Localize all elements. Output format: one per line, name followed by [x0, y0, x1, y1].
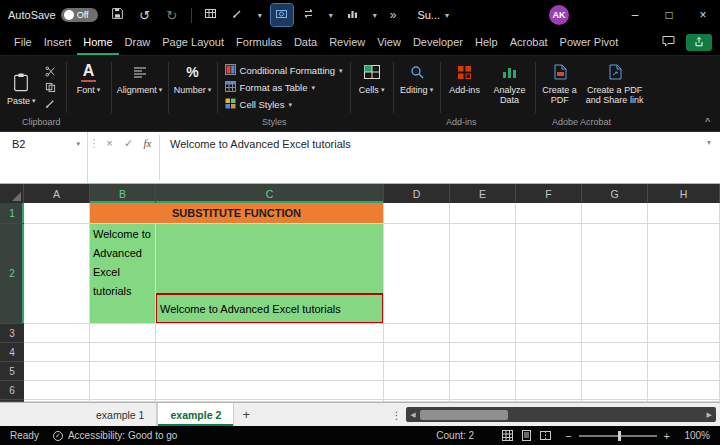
tab-formulas[interactable]: Formulas — [230, 30, 288, 55]
sheet-options-button[interactable]: ⋮ — [388, 403, 404, 426]
cell[interactable] — [582, 324, 648, 343]
cell[interactable] — [648, 362, 720, 381]
cell-styles-button[interactable]: Cell Styles ▾ — [225, 98, 343, 111]
column-header-b[interactable]: B — [90, 184, 156, 203]
autosave-switch[interactable]: Off — [61, 8, 98, 22]
cell[interactable] — [384, 203, 450, 224]
cell[interactable] — [648, 343, 720, 362]
cell[interactable] — [90, 362, 156, 381]
cell[interactable] — [516, 324, 582, 343]
cell[interactable] — [384, 362, 450, 381]
conditional-formatting-button[interactable]: Conditional Formatting ▾ — [225, 64, 343, 77]
cell[interactable] — [90, 343, 156, 362]
insert-function-button[interactable]: fx — [138, 137, 157, 149]
tab-power-pivot[interactable]: Power Pivot — [554, 30, 625, 55]
comments-button[interactable] — [655, 30, 682, 55]
row-header-3[interactable]: 3 — [0, 324, 24, 343]
cell[interactable] — [450, 362, 516, 381]
cell[interactable] — [582, 203, 648, 224]
zoom-slider[interactable] — [579, 435, 657, 437]
cell[interactable] — [450, 224, 516, 324]
alignment-menu-button[interactable]: Alignment▾ — [114, 59, 166, 116]
format-as-table-button[interactable]: Format as Table ▾ — [225, 81, 343, 94]
share-button[interactable] — [686, 34, 712, 51]
column-header-d[interactable]: D — [384, 184, 450, 203]
tab-acrobat[interactable]: Acrobat — [504, 30, 554, 55]
cell[interactable] — [516, 362, 582, 381]
quick-access-button[interactable] — [271, 4, 293, 26]
cell[interactable] — [384, 343, 450, 362]
collapse-ribbon-button[interactable]: ^ — [705, 117, 710, 128]
zoom-level[interactable]: 100% — [678, 430, 710, 441]
cell[interactable] — [516, 343, 582, 362]
create-pdf-share-button[interactable]: Create a PDF and Share link — [582, 59, 648, 116]
page-layout-view-button[interactable] — [521, 430, 532, 441]
minimize-button[interactable]: – — [618, 0, 652, 30]
cell[interactable] — [582, 381, 648, 400]
quick-access-button[interactable] — [342, 4, 364, 26]
cell[interactable] — [90, 381, 156, 400]
more-commands-button[interactable]: » — [386, 8, 401, 22]
cell[interactable] — [648, 224, 720, 324]
tab-file[interactable]: File — [8, 30, 38, 55]
row-header-5[interactable]: 5 — [0, 362, 24, 381]
undo-button[interactable]: ↺ — [134, 4, 156, 26]
formula-bar-handle[interactable]: ⋮ — [88, 137, 100, 150]
font-menu-button[interactable]: A Font▾ — [69, 59, 109, 116]
paste-button[interactable]: Paste▾ — [4, 70, 39, 106]
maximize-button[interactable]: □ — [652, 0, 686, 30]
sheet-tab-example-1[interactable]: example 1 — [84, 403, 157, 426]
tab-home[interactable]: Home — [77, 30, 118, 55]
save-button[interactable] — [107, 4, 129, 26]
row-header-2[interactable]: 2 — [0, 224, 24, 324]
redo-button[interactable]: ↻ — [161, 4, 183, 26]
row-header-6[interactable]: 6 — [0, 381, 24, 400]
cell[interactable] — [384, 324, 450, 343]
cancel-button[interactable]: × — [100, 137, 119, 149]
row-header-4[interactable]: 4 — [0, 343, 24, 362]
tab-draw[interactable]: Draw — [119, 30, 157, 55]
cell[interactable] — [24, 381, 90, 400]
column-header-a[interactable]: A — [24, 184, 90, 203]
cell[interactable] — [582, 224, 648, 324]
tab-insert[interactable]: Insert — [38, 30, 78, 55]
cell[interactable] — [450, 203, 516, 224]
scrollbar-thumb[interactable] — [420, 410, 508, 420]
cell[interactable] — [450, 381, 516, 400]
cell[interactable] — [24, 324, 90, 343]
cell[interactable] — [156, 324, 384, 343]
cell[interactable] — [24, 224, 90, 324]
column-header-e[interactable]: E — [450, 184, 516, 203]
column-header-f[interactable]: F — [516, 184, 582, 203]
cell[interactable] — [156, 343, 384, 362]
format-painter-button[interactable] — [43, 98, 58, 110]
zoom-out-button[interactable]: − — [565, 430, 571, 442]
cell[interactable] — [648, 381, 720, 400]
column-header-c[interactable]: C — [156, 184, 384, 203]
cell[interactable] — [384, 381, 450, 400]
copy-button[interactable] — [43, 82, 58, 94]
cell[interactable] — [24, 203, 90, 224]
quick-access-button[interactable] — [200, 4, 222, 26]
enter-button[interactable]: ✓ — [119, 137, 138, 150]
quick-access-button[interactable] — [227, 4, 249, 26]
cell-c2[interactable]: Welcome to Advanced Excel tutorials — [156, 224, 384, 324]
number-menu-button[interactable]: % Number▾ — [171, 59, 215, 116]
cell[interactable] — [516, 224, 582, 324]
row-header-1[interactable]: 1 — [0, 203, 24, 224]
select-all-corner[interactable] — [0, 184, 24, 203]
user-avatar[interactable]: AK — [549, 5, 569, 25]
formula-input[interactable]: Welcome to Advanced Excel tutorials — [162, 132, 698, 183]
new-sheet-button[interactable]: + — [234, 403, 258, 426]
tab-page-layout[interactable]: Page Layout — [156, 30, 230, 55]
merged-title-cell-b1-c1[interactable]: SUBSTITUTE FUNCTION — [90, 203, 384, 224]
cell[interactable] — [516, 203, 582, 224]
cell[interactable] — [648, 203, 720, 224]
cells-menu-button[interactable]: Cells▾ — [353, 59, 391, 116]
cell[interactable] — [156, 381, 384, 400]
editing-menu-button[interactable]: Editing▾ — [396, 59, 438, 116]
page-break-view-button[interactable] — [540, 430, 551, 441]
cell-b2[interactable]: Welcome to Advanced Excel tutorials — [90, 224, 156, 324]
quick-access-dropdown[interactable]: ▾ — [369, 4, 381, 26]
cell[interactable] — [156, 362, 384, 381]
